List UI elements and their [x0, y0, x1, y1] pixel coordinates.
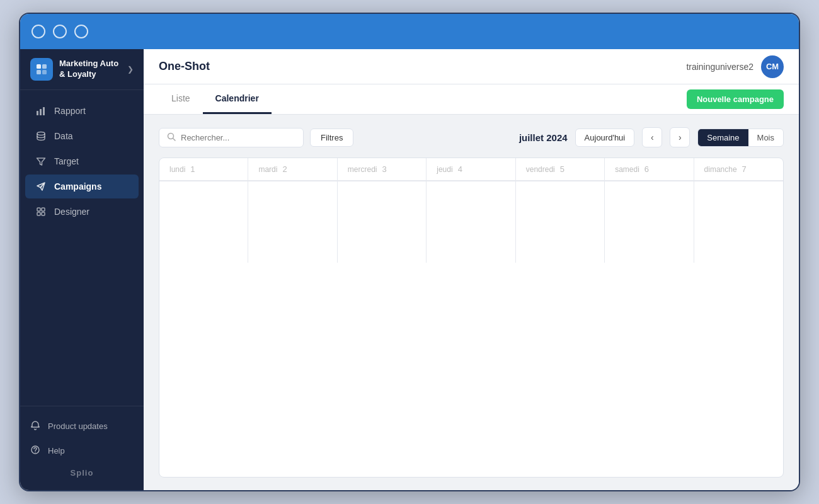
svg-rect-11 [42, 212, 45, 215]
sidebar-item-label-campaigns: Campaigns [54, 181, 101, 192]
view-toggle: Semaine Mois [697, 129, 784, 147]
semaine-view-button[interactable]: Semaine [698, 129, 748, 146]
brand-icon [30, 58, 53, 81]
sidebar-brand[interactable]: Marketing Auto & Loyalty ❯ [20, 49, 144, 90]
cal-cell-1[interactable] [248, 181, 337, 263]
search-input[interactable] [181, 133, 295, 142]
sidebar-item-rapport[interactable]: Rapport [25, 99, 139, 123]
filtres-button[interactable]: Filtres [310, 129, 353, 147]
workspace-name: traininguniverse2 [686, 62, 753, 72]
sidebar-chevron-icon: ❯ [127, 65, 134, 74]
main-content: One-Shot traininguniverse2 CM Liste Cale… [144, 49, 799, 490]
user-avatar[interactable]: CM [761, 55, 784, 78]
day-name-2: mercredi [348, 165, 377, 174]
app-window: Marketing Auto & Loyalty ❯ Rapport [19, 13, 800, 491]
cal-cell-4[interactable] [516, 181, 605, 263]
tab-calendrier[interactable]: Calendrier [203, 84, 272, 114]
calendar-body-row [159, 181, 783, 263]
cal-cell-5[interactable] [605, 181, 694, 263]
day-name-5: samedi [615, 165, 639, 174]
day-num-0: 1 [190, 164, 195, 174]
help-label: Help [48, 446, 65, 455]
help-circle-icon [30, 445, 40, 457]
page-title: One-Shot [159, 60, 210, 73]
sidebar-item-label-designer: Designer [54, 207, 89, 217]
day-num-4: 5 [560, 164, 564, 174]
day-num-1: 2 [282, 164, 287, 174]
svg-rect-4 [37, 111, 38, 115]
svg-line-15 [173, 138, 176, 140]
product-updates-item[interactable]: Product updates [20, 414, 144, 438]
day-num-2: 3 [382, 164, 387, 174]
cal-header-lundi: lundi 1 [159, 158, 248, 180]
day-name-0: lundi [169, 165, 185, 174]
database-icon [35, 130, 47, 142]
today-button[interactable]: Aujourd'hui [575, 129, 635, 147]
help-item[interactable]: Help [20, 438, 144, 463]
sidebar-item-campaigns[interactable]: Campaigns [25, 175, 139, 198]
minimize-button[interactable] [53, 25, 67, 38]
day-num-3: 4 [458, 164, 462, 174]
sidebar-nav: Rapport Data [20, 90, 144, 406]
cal-header-mercredi: mercredi 3 [338, 158, 427, 180]
chart-bar-icon [35, 105, 47, 117]
svg-rect-0 [37, 64, 41, 69]
calendar-controls-left: Filtres [159, 128, 353, 147]
svg-rect-1 [42, 64, 47, 69]
cal-cell-2[interactable] [338, 181, 427, 263]
sidebar-item-data[interactable]: Data [25, 124, 139, 148]
tabs-list: Liste Calendrier [159, 84, 272, 114]
sidebar-item-designer[interactable]: Designer [25, 200, 139, 224]
mois-view-button[interactable]: Mois [748, 129, 783, 146]
cal-header-vendredi: vendredi 5 [516, 158, 605, 180]
cal-cell-3[interactable] [427, 181, 515, 263]
next-arrow-button[interactable]: › [670, 127, 690, 147]
day-num-6: 7 [742, 164, 747, 174]
new-campaign-button[interactable]: Nouvelle campagne [687, 89, 784, 109]
maximize-button[interactable] [74, 25, 88, 38]
calendar-area: Filtres juillet 2024 Aujourd'hui ‹ › Sem… [144, 115, 799, 490]
svg-point-13 [35, 452, 35, 452]
cal-header-samedi: samedi 6 [605, 158, 694, 180]
tabs-bar: Liste Calendrier Nouvelle campagne [144, 84, 799, 115]
design-icon [35, 206, 47, 217]
prev-arrow-button[interactable]: ‹ [642, 127, 662, 147]
day-name-3: jeudi [437, 165, 452, 174]
calendar-grid: lundi 1 mardi 2 mercredi 3 jeudi [159, 158, 784, 478]
sidebar-item-label-target: Target [54, 156, 79, 166]
calendar-header-row: lundi 1 mardi 2 mercredi 3 jeudi [159, 158, 783, 181]
svg-rect-5 [40, 109, 42, 115]
current-month-label: juillet 2024 [519, 132, 568, 143]
tab-liste[interactable]: Liste [159, 84, 203, 114]
sidebar-bottom: Product updates Help Splio [20, 406, 144, 490]
close-button[interactable] [32, 25, 45, 38]
calendar-nav: juillet 2024 Aujourd'hui ‹ › Semaine Moi… [519, 127, 784, 147]
cal-cell-6[interactable] [694, 181, 783, 263]
calendar-controls: Filtres juillet 2024 Aujourd'hui ‹ › Sem… [159, 127, 784, 147]
splio-logo: Splio [20, 463, 144, 483]
filter-icon [35, 156, 47, 167]
search-icon [167, 132, 176, 143]
topbar-right: traininguniverse2 CM [686, 55, 784, 78]
svg-point-7 [37, 132, 45, 135]
titlebar [20, 14, 799, 49]
cal-cell-0[interactable] [159, 181, 248, 263]
svg-rect-2 [37, 70, 41, 74]
cal-header-mardi: mardi 2 [248, 158, 337, 180]
sidebar: Marketing Auto & Loyalty ❯ Rapport [20, 49, 144, 490]
bell-icon [30, 420, 40, 432]
sidebar-item-target[interactable]: Target [25, 149, 139, 173]
svg-rect-9 [42, 208, 45, 211]
day-name-1: mardi [258, 165, 277, 174]
product-updates-label: Product updates [48, 421, 108, 431]
top-bar: One-Shot traininguniverse2 CM [144, 49, 799, 84]
search-box [159, 128, 304, 147]
svg-rect-8 [37, 208, 40, 211]
svg-rect-3 [42, 70, 47, 74]
day-name-4: vendredi [526, 165, 555, 174]
svg-rect-10 [37, 212, 40, 215]
sidebar-item-label-rapport: Rapport [54, 106, 86, 116]
paper-plane-icon [35, 181, 47, 192]
day-num-5: 6 [644, 164, 649, 174]
app-body: Marketing Auto & Loyalty ❯ Rapport [20, 49, 799, 490]
